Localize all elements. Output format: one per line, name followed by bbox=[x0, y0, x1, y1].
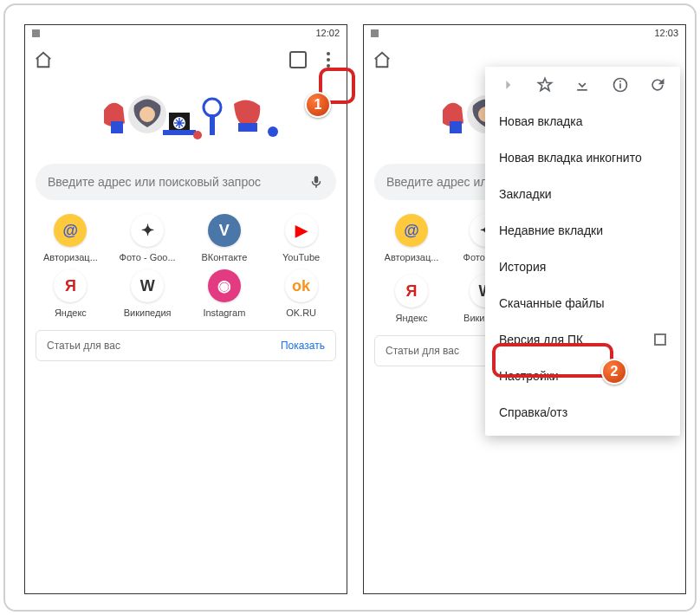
menu-item-label: Недавние вкладки bbox=[499, 223, 603, 237]
articles-card[interactable]: Статьи для вас Показать bbox=[36, 330, 336, 361]
google-doodle[interactable] bbox=[25, 84, 347, 153]
shortcut-label: Фото - Goo... bbox=[120, 252, 176, 262]
menu-item-label: Версия для ПК bbox=[499, 333, 583, 346]
shortcut-icon: @ bbox=[54, 214, 87, 247]
shortcut-icon: Я bbox=[395, 275, 428, 308]
svg-point-1 bbox=[139, 107, 155, 122]
menu-item-label: Справка/отз bbox=[499, 405, 567, 419]
status-indicator-icon bbox=[371, 29, 379, 37]
status-time: 12:03 bbox=[654, 28, 678, 38]
svg-rect-7 bbox=[210, 114, 215, 135]
tabs-icon[interactable] bbox=[289, 51, 307, 68]
menu-item-label: История bbox=[499, 260, 546, 274]
overflow-menu: Новая вкладкаНовая вкладка инкогнитоЗакл… bbox=[485, 67, 680, 436]
browser-toolbar bbox=[25, 41, 347, 79]
shortcut-item[interactable]: okOK.RU bbox=[264, 269, 338, 318]
articles-title: Статьи для вас bbox=[47, 340, 281, 352]
download-icon[interactable] bbox=[573, 75, 592, 94]
shortcut-label: YouTube bbox=[282, 252, 320, 262]
shortcut-icon: V bbox=[208, 214, 241, 247]
shortcut-item[interactable]: @Авторизац... bbox=[34, 214, 107, 262]
status-bar: 12:02 bbox=[25, 25, 347, 41]
menu-item[interactable]: История bbox=[485, 249, 680, 285]
menu-item[interactable]: Скачанные файлы bbox=[485, 285, 680, 321]
shortcut-label: Instagram bbox=[203, 308, 245, 318]
svg-rect-8 bbox=[238, 123, 257, 132]
shortcut-icon: ok bbox=[285, 269, 318, 302]
menu-item-label: Настройки bbox=[499, 369, 559, 383]
home-icon[interactable] bbox=[373, 50, 392, 69]
bookmark-star-icon[interactable] bbox=[535, 75, 554, 94]
svg-point-6 bbox=[204, 99, 221, 116]
shortcut-label: Яндекс bbox=[55, 308, 87, 318]
shortcut-item[interactable]: VВКонтакте bbox=[188, 214, 262, 262]
svg-rect-19 bbox=[619, 81, 621, 82]
status-time: 12:02 bbox=[315, 28, 340, 38]
info-icon[interactable] bbox=[611, 75, 630, 94]
annotation-badge-1: 1 bbox=[305, 92, 331, 118]
shortcut-icon: @ bbox=[395, 214, 428, 247]
shortcut-icon: Я bbox=[54, 269, 87, 302]
shortcut-label: OK.RU bbox=[286, 308, 316, 318]
forward-icon[interactable] bbox=[498, 75, 517, 94]
svg-rect-4 bbox=[163, 130, 196, 135]
shortcut-icon: ✦ bbox=[131, 214, 164, 247]
menu-item[interactable]: Новая вкладка bbox=[485, 103, 680, 139]
menu-item-settings[interactable]: Настройки bbox=[485, 358, 680, 394]
phone-screenshot-2: 12:03 Введите адрес или по @Ав bbox=[363, 24, 686, 594]
reload-icon[interactable] bbox=[648, 75, 667, 94]
shortcut-item[interactable]: WВикипедия bbox=[111, 269, 185, 318]
menu-item-label: Скачанные файлы bbox=[499, 296, 605, 310]
menu-item[interactable]: Новая вкладка инкогнито bbox=[485, 139, 680, 176]
menu-item-help[interactable]: Справка/отз bbox=[485, 394, 680, 430]
shortcut-item[interactable]: ▶YouTube bbox=[264, 214, 338, 262]
shortcut-item[interactable]: @Авторизац... bbox=[376, 214, 447, 262]
status-bar: 12:03 bbox=[364, 25, 685, 41]
shortcut-icon: W bbox=[131, 269, 164, 302]
shortcut-label: ВКонтакте bbox=[201, 252, 247, 262]
menu-icon-row bbox=[485, 67, 680, 103]
desktop-site-checkbox[interactable] bbox=[654, 333, 666, 346]
svg-rect-5 bbox=[111, 121, 123, 133]
svg-point-9 bbox=[268, 126, 278, 137]
svg-rect-18 bbox=[619, 83, 621, 88]
comparison-frame: 12:02 bbox=[3, 3, 697, 612]
svg-rect-16 bbox=[450, 121, 462, 133]
menu-item-label: Новая вкладка bbox=[499, 114, 583, 128]
menu-item-label: Новая вкладка инкогнито bbox=[499, 151, 642, 165]
home-icon[interactable] bbox=[34, 50, 53, 69]
menu-item[interactable]: Закладки bbox=[485, 176, 680, 212]
svg-point-10 bbox=[193, 131, 202, 139]
menu-item-label: Закладки bbox=[499, 187, 552, 201]
shortcut-label: Яндекс bbox=[396, 313, 428, 323]
shortcut-item[interactable]: ◉Instagram bbox=[188, 269, 262, 318]
search-placeholder: Введите адрес или поисковый запрос bbox=[48, 175, 308, 189]
shortcut-item[interactable]: ЯЯндекс bbox=[376, 275, 447, 323]
menu-item[interactable]: Недавние вкладки bbox=[485, 212, 680, 249]
search-bar[interactable]: Введите адрес или поисковый запрос bbox=[36, 164, 336, 200]
articles-show-button[interactable]: Показать bbox=[281, 340, 325, 352]
shortcut-label: Авторизац... bbox=[43, 252, 98, 262]
shortcut-item[interactable]: ЯЯндекс bbox=[34, 269, 107, 318]
shortcut-label: Авторизац... bbox=[385, 252, 439, 262]
more-menu-icon[interactable] bbox=[319, 50, 338, 69]
phone-screenshot-1: 12:02 bbox=[24, 24, 347, 594]
mic-icon[interactable] bbox=[308, 174, 324, 190]
shortcut-item[interactable]: ✦Фото - Goo... bbox=[111, 214, 185, 262]
shortcut-icon: ◉ bbox=[208, 269, 241, 302]
shortcut-icon: ▶ bbox=[285, 214, 318, 247]
shortcut-label: Википедия bbox=[124, 308, 172, 318]
menu-item-desktop-site[interactable]: Версия для ПК bbox=[485, 321, 680, 358]
status-indicator-icon bbox=[32, 29, 40, 37]
annotation-badge-2: 2 bbox=[601, 359, 627, 385]
shortcuts-grid: @Авторизац...✦Фото - Goo...VВКонтакте▶Yo… bbox=[25, 200, 347, 325]
